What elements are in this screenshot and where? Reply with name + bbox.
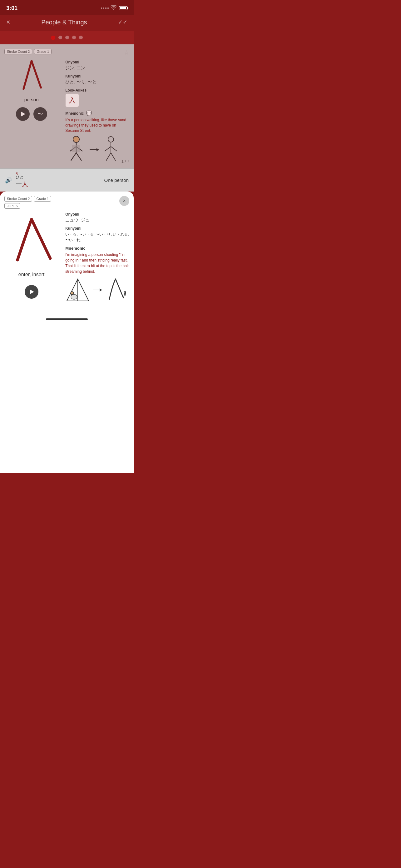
example-row: 🔊 り ひと 一人 One person [0, 168, 134, 191]
modal-close-button[interactable]: × [119, 196, 129, 206]
dot-5[interactable] [79, 36, 83, 39]
tent-svg [65, 277, 90, 303]
play-button-person[interactable] [16, 107, 30, 121]
modal-card-enter: Stroke Count 2 Grade 1 JLPT 5 enter, ins… [0, 191, 134, 473]
modal-top: Stroke Count 2 Grade 1 JLPT 5 enter, ins… [0, 191, 134, 307]
kunyomi-value: ひと, 〜り, 〜と [65, 80, 129, 85]
svg-point-17 [71, 294, 77, 299]
modal-meaning: enter, insert [19, 272, 45, 277]
status-bar: 3:01 [0, 0, 134, 15]
nav-bar: × People & Things ✓✓ [0, 15, 134, 31]
modal-mnemonic-images [65, 277, 129, 303]
card-controls-person: 〜 [16, 107, 47, 121]
enter-sketch-svg [105, 277, 127, 303]
svg-line-12 [111, 147, 117, 151]
person-figure-svg [65, 135, 87, 164]
kanji-card-person: Stroke Count 2 Grade 1 person 〜 1 / 7 ☆ … [0, 44, 134, 168]
mnemonic-images-person [65, 135, 129, 164]
dot-3[interactable] [65, 36, 69, 39]
modal-mnemonic-label: Mnemonic [65, 246, 129, 251]
pagination-dots [0, 31, 134, 44]
waveform-button-person[interactable]: 〜 [33, 107, 47, 121]
status-time: 3:01 [6, 5, 18, 11]
check-button[interactable]: ✓✓ [118, 19, 127, 26]
lookalikes-label: Look-Alikes [65, 88, 129, 92]
modal-jlpt-tag: JLPT 5 [4, 203, 20, 209]
stroke-count-tag: Stroke Count 2 [4, 49, 32, 54]
svg-marker-20 [100, 288, 102, 291]
example-japanese: り ひと 一人 [15, 172, 28, 188]
modal-grade-tag: Grade 1 [34, 196, 51, 202]
svg-point-9 [108, 136, 114, 142]
home-indicator [46, 318, 88, 320]
dot-1[interactable] [51, 36, 55, 40]
card-counter: 1 / 7 [122, 159, 129, 164]
modal-arrow-svg [93, 287, 102, 293]
kanji-person-svg [13, 57, 50, 94]
dot-2[interactable] [58, 36, 62, 39]
modal-kunyomi-value: い・る, 〜い・る, 〜い・り, い・れる, 〜い・れ, [65, 231, 129, 243]
onyomi-value: ジン, ニン [65, 65, 129, 71]
svg-line-14 [111, 153, 115, 161]
kanji-meaning-person: person [24, 97, 39, 102]
home-indicator-area [0, 307, 134, 326]
lookalike-kanji[interactable]: 入 [65, 93, 79, 107]
battery-icon [119, 6, 127, 10]
tags-row-person: Stroke Count 2 Grade 1 [4, 49, 52, 54]
close-button[interactable]: × [6, 18, 10, 26]
kanji-line: 一人 [15, 180, 28, 188]
kunyomi-label: Kunyomi [65, 74, 129, 79]
svg-line-4 [71, 153, 76, 161]
card-left-person: Stroke Count 2 Grade 1 person 〜 1 / 7 [0, 44, 63, 168]
mnemonic-label-person: Mnemonic 💬 [65, 110, 129, 116]
modal-mnemonic-text: I'm imagining a person shouting "I'm goi… [65, 252, 129, 274]
status-icons [101, 5, 127, 11]
svg-marker-8 [97, 148, 99, 151]
modal-play-button[interactable] [25, 285, 38, 299]
svg-line-13 [106, 153, 111, 161]
card-right-person: ☆ Onyomi ジン, ニン Kunyomi ひと, 〜り, 〜と Look-… [63, 44, 134, 168]
stick-figure-svg [101, 135, 120, 164]
modal-stroke-tag: Stroke Count 2 [4, 196, 32, 202]
modal-left: Stroke Count 2 Grade 1 JLPT 5 enter, ins… [0, 191, 63, 307]
modal-onyomi-label: Onyomi [65, 212, 129, 217]
modal-kunyomi-label: Kunyomi [65, 226, 129, 230]
signal-icon [101, 7, 109, 9]
mnemonic-text-person: It's a person walking, like those sand d… [65, 118, 129, 133]
star-icon[interactable]: ☆ [124, 49, 129, 56]
kana-top: ひと [15, 174, 24, 180]
example-meaning: One person [104, 178, 129, 183]
svg-point-0 [73, 136, 79, 143]
modal-right: × Onyomi ニュウ, ジュ Kunyomi い・る, 〜い・る, 〜い・り… [63, 191, 134, 307]
arrow-svg [90, 147, 99, 153]
svg-point-18 [71, 291, 74, 294]
onyomi-label: Onyomi [65, 60, 129, 64]
speaker-icon[interactable]: 🔊 [5, 177, 12, 184]
svg-rect-6 [72, 145, 80, 152]
kanji-enter-svg [5, 216, 58, 266]
mnemonic-icon: 💬 [86, 110, 92, 116]
grade-tag: Grade 1 [34, 49, 52, 54]
modal-onyomi-value: ニュウ, ジュ [65, 217, 129, 223]
page-title: People & Things [41, 19, 87, 26]
svg-line-5 [76, 153, 81, 161]
dot-4[interactable] [72, 36, 76, 39]
wifi-icon [110, 5, 117, 11]
modal-tags: Stroke Count 2 Grade 1 JLPT 5 [4, 196, 58, 209]
svg-line-11 [105, 147, 111, 151]
